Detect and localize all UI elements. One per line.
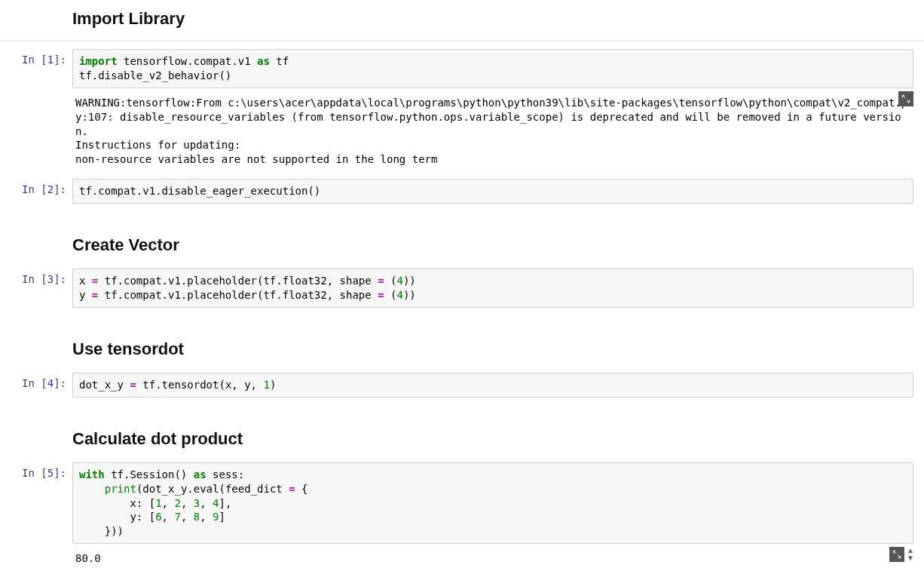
code-input[interactable]: import tensorflow.compat.v1 as tf tf.dis… <box>72 49 913 88</box>
output-cell: WARNING:tensorflow:From c:\users\acer\ap… <box>0 90 924 173</box>
prompt-empty <box>0 2 72 9</box>
prompt-empty <box>0 422 72 429</box>
stdout-output: WARNING:tensorflow:From c:\users\acer\ap… <box>72 91 913 171</box>
prompt-empty <box>0 228 72 235</box>
markdown-cell: Calculate dot product <box>0 420 924 461</box>
notebook: Import Library In [1]: import tensorflow… <box>0 0 924 568</box>
prompt-empty <box>0 91 72 99</box>
markdown-cell: Import Library <box>0 0 924 41</box>
heading-use-tensordot: Use tensordot <box>72 339 913 359</box>
code-cell[interactable]: In [5]: with tf.Session() as sess: print… <box>0 461 924 545</box>
input-prompt: In [4]: <box>0 373 72 394</box>
prompt-empty <box>0 332 72 339</box>
code-input[interactable]: dot_x_y = tf.tensordot(x, y, 1) <box>72 373 913 398</box>
divider <box>0 41 924 41</box>
prompt-empty <box>0 547 72 554</box>
heading-create-vector: Create Vector <box>72 235 913 255</box>
keyword-as: as <box>257 55 270 67</box>
expand-output-icon[interactable] <box>898 91 913 106</box>
heading-calculate-dot: Calculate dot product <box>72 429 913 449</box>
input-prompt: In [2]: <box>0 179 72 200</box>
markdown-cell: Use tensordot <box>0 330 924 371</box>
keyword-import: import <box>79 55 118 67</box>
code-cell[interactable]: In [4]: dot_x_y = tf.tensordot(x, y, 1) <box>0 371 924 399</box>
input-prompt: In [1]: <box>0 49 72 70</box>
expand-output-icon[interactable] <box>889 547 904 562</box>
code-input[interactable]: with tf.Session() as sess: print(dot_x_y… <box>72 462 913 544</box>
heading-import-library: Import Library <box>72 9 913 29</box>
code-cell[interactable]: In [1]: import tensorflow.compat.v1 as t… <box>0 48 924 90</box>
code-input[interactable]: x = tf.compat.v1.placeholder(tf.float32,… <box>72 269 913 308</box>
markdown-cell: Create Vector <box>0 226 924 267</box>
code-cell[interactable]: In [2]: tf.compat.v1.disable_eager_execu… <box>0 177 924 205</box>
code-input[interactable]: tf.compat.v1.disable_eager_execution() <box>72 179 913 204</box>
stdout-output: 80.0 <box>72 547 913 568</box>
code-cell[interactable]: In [3]: x = tf.compat.v1.placeholder(tf.… <box>0 267 924 309</box>
input-prompt: In [3]: <box>0 269 72 290</box>
output-cell: 80.0 ▲▼ <box>0 545 924 568</box>
sort-output-icon[interactable]: ▲▼ <box>906 547 915 562</box>
input-prompt: In [5]: <box>0 462 72 484</box>
